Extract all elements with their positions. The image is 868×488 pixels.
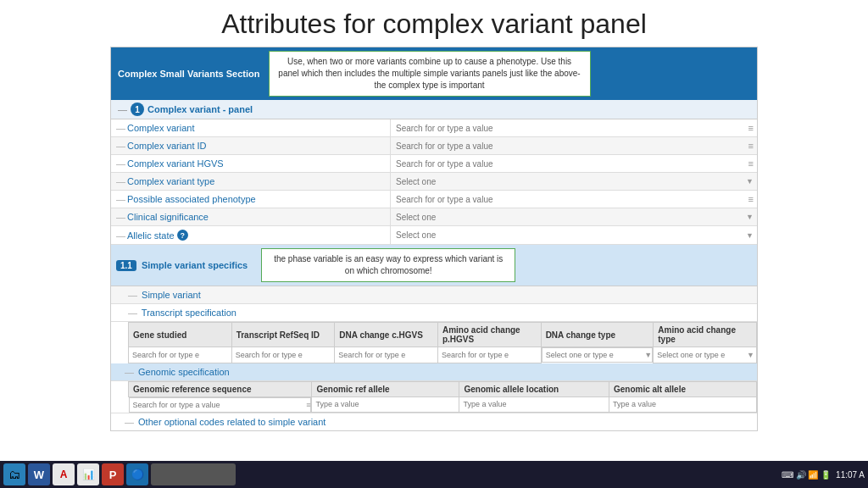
possible-phenotype-row: — Possible associated phenotype ≡ (111, 191, 757, 208)
subsection-tooltip: the phase variable is an easy way to exp… (261, 248, 515, 282)
tree-line: — (116, 194, 125, 204)
gene-studied-input[interactable] (129, 348, 231, 362)
taskbar-active-app[interactable] (151, 463, 236, 485)
amino-acid-change-type-input[interactable] (654, 348, 756, 362)
dropdown-icon: ▼ (644, 351, 652, 359)
col-genomic-ref-seq: Genomic reference sequence (129, 381, 312, 396)
subsection-badge: 1.1 (116, 260, 136, 271)
allelic-state-select[interactable] (391, 227, 743, 243)
tree-line: — (116, 230, 125, 241)
genomic-section-label: — Genomic specification (111, 363, 757, 381)
dropdown-arrow-icon: ▼ (743, 213, 757, 221)
taskbar-powerpoint1[interactable]: 📊 (77, 463, 99, 485)
tree-line: — (125, 417, 134, 427)
taskbar-file-explorer[interactable]: 🗂 (3, 463, 25, 485)
time-display: 11:07 A (836, 470, 865, 480)
transcript-refseq-input[interactable] (232, 348, 335, 362)
taskbar-word[interactable]: W (28, 463, 50, 485)
subsection-header: 1.1 Simple variant specifics the phase v… (111, 245, 757, 286)
complex-variant-label: Complex variant (127, 123, 194, 133)
item-number-badge: 1 (131, 103, 144, 116)
simple-variant-row: — Simple variant (111, 286, 757, 304)
amino-acid-change-input[interactable] (438, 348, 541, 362)
page-title: Attributes for complex variant panel (0, 0, 868, 47)
tree-line: — (116, 141, 125, 151)
other-optional-row: — Other optional codes related to simple… (111, 413, 757, 430)
complex-variant-id-input[interactable] (391, 138, 745, 154)
complex-variant-row: — Complex variant ≡ (111, 119, 757, 137)
transcript-table-container: Gene studied Transcript RefSeq ID DNA ch… (111, 322, 757, 363)
taskbar-powerpoint2[interactable]: P (102, 463, 124, 485)
genomic-allele-location-input[interactable] (459, 397, 608, 411)
complex-variant-hgvs-input[interactable] (391, 156, 745, 172)
genomic-ref-allele-input[interactable] (312, 397, 459, 411)
complex-variant-hgvs-row: — Complex variant HGVS ≡ (111, 155, 757, 173)
clinical-significance-row: — Clinical significance ▼ (111, 208, 757, 226)
item-label: Complex variant - panel (147, 104, 253, 114)
taskbar: 🗂 W A 📊 P 🔵 ⌨ 🔊 📶 🔋 11:07 A (0, 461, 868, 488)
sys-icons: ⌨ 🔊 📶 🔋 (782, 470, 831, 480)
col-genomic-allele-location: Genomic allele location (459, 381, 609, 396)
taskbar-app6[interactable]: 🔵 (126, 463, 148, 485)
genomic-spec-label: Genomic specification (138, 367, 230, 377)
tree-line: — (116, 123, 125, 133)
complex-variant-type-row: — Complex variant type ▼ (111, 173, 757, 191)
genomic-table-container: Genomic reference sequence Genomic ref a… (111, 381, 757, 413)
complex-variant-id-label: Complex variant ID (127, 141, 207, 151)
tree-line: — (116, 212, 125, 222)
taskbar-acrobat[interactable]: A (53, 463, 75, 485)
col-dna-change-type: DNA change type (541, 323, 654, 347)
tree-line: — (125, 367, 134, 377)
col-amino-acid-change-type: Amino acid changetype (654, 323, 757, 347)
col-dna-change-hgvs: DNA change c.HGVS (335, 323, 438, 347)
info-icon[interactable]: ? (177, 230, 188, 241)
dropdown-arrow-icon: ▼ (743, 177, 757, 186)
subsection-title: Simple variant specifics (142, 260, 248, 270)
tree-connector: — (118, 104, 127, 114)
possible-phenotype-input[interactable] (391, 191, 745, 208)
dna-change-type-input[interactable] (542, 348, 645, 362)
dropdown-icon: ▼ (747, 351, 754, 359)
header-tooltip: Use, when two or more variants combine u… (269, 51, 591, 97)
complex-variant-type-label: Complex variant type (127, 176, 214, 186)
genomic-ref-seq-input[interactable] (130, 398, 307, 412)
search-icon: ≡ (745, 123, 757, 133)
tree-line: — (128, 290, 137, 300)
complex-variant-panel: Complex Small Variants Section Use, when… (110, 47, 758, 431)
transcript-spec-label: Transcript specification (142, 308, 236, 318)
section-header-label: Complex Small Variants Section (118, 69, 260, 79)
tree-line: — (128, 308, 137, 318)
possible-phenotype-label: Possible associated phenotype (127, 194, 256, 204)
transcript-input-row: ▼ ▼ (129, 347, 757, 363)
genomic-input-row: ≡ (129, 396, 757, 413)
complex-variant-input[interactable] (391, 120, 745, 136)
search-icon: ≡ (745, 194, 757, 204)
col-genomic-ref-allele: Genomic ref allele (312, 381, 459, 396)
transcript-table: Gene studied Transcript RefSeq ID DNA ch… (128, 322, 757, 363)
simple-variant-label: Simple variant (142, 290, 201, 300)
complex-variant-hgvs-label: Complex variant HGVS (127, 158, 224, 169)
complex-variant-id-row: — Complex variant ID ≡ (111, 137, 757, 155)
tree-line: — (116, 158, 125, 169)
allelic-state-label: Allelic state (127, 230, 175, 241)
allelic-state-row: — Allelic state ? ▼ (111, 226, 757, 245)
dropdown-arrow-icon: ▼ (743, 231, 757, 240)
transcript-label: — Transcript specification (111, 304, 757, 322)
clinical-significance-label: Clinical significance (127, 212, 209, 222)
dna-change-hgvs-input[interactable] (335, 348, 437, 362)
col-gene-studied: Gene studied (129, 323, 232, 347)
other-optional-label: Other optional codes related to simple v… (138, 417, 326, 427)
clinical-significance-select[interactable] (391, 209, 743, 225)
tree-line: — (116, 176, 125, 186)
genomic-table: Genomic reference sequence Genomic ref a… (128, 381, 757, 413)
complex-variant-type-select[interactable] (391, 174, 743, 190)
search-icon: ≡ (306, 401, 310, 409)
genomic-alt-allele-input[interactable] (609, 397, 756, 411)
col-transcript-refseq: Transcript RefSeq ID (231, 323, 335, 347)
search-icon: ≡ (745, 158, 757, 169)
col-genomic-alt-allele: Genomic alt allele (609, 381, 756, 396)
search-icon: ≡ (745, 141, 757, 151)
taskbar-system: ⌨ 🔊 📶 🔋 11:07 A (782, 470, 865, 480)
col-amino-acid-change: Amino acid changep.HGVS (437, 323, 541, 347)
